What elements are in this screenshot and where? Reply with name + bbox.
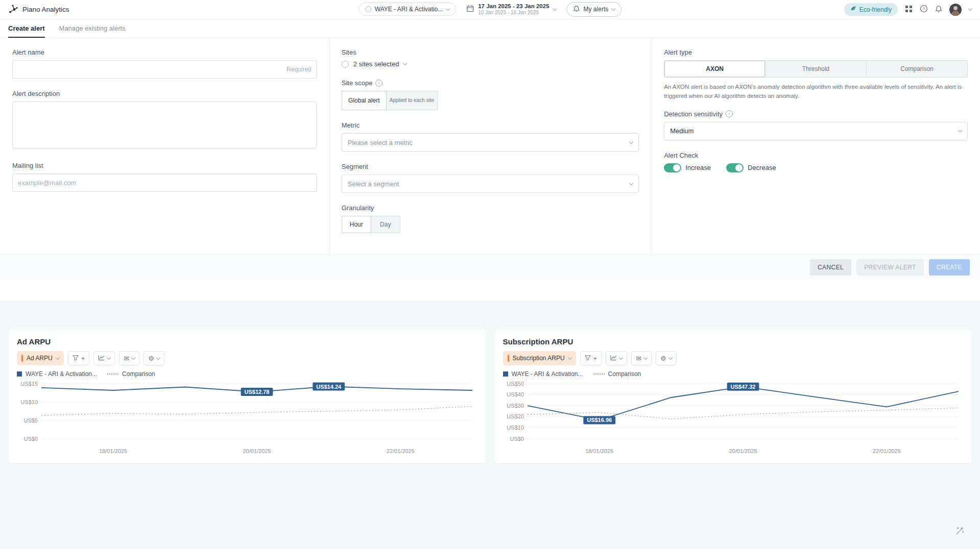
granularity-hour-option[interactable]: Hour (342, 216, 371, 233)
alert-description-input[interactable] (12, 102, 317, 148)
svg-text:US$0: US$0 (23, 436, 38, 442)
chart-title: Subscription ARPU (503, 337, 964, 346)
segment-label: Segment (342, 163, 639, 170)
eco-friendly-badge[interactable]: Eco-friendly (844, 3, 898, 16)
alert-name-input[interactable] (12, 60, 317, 79)
metric-select[interactable]: Please select a metric (342, 133, 639, 152)
metric-color-bar (508, 355, 509, 362)
app-grid-button[interactable] (905, 5, 913, 14)
chart-title: Ad ARPU (17, 337, 477, 346)
share-email-button[interactable]: ✉ (119, 351, 139, 365)
ai-assistant-button[interactable] (950, 522, 969, 541)
granularity-label: Granularity (342, 204, 639, 212)
decrease-label: Decrease (748, 164, 776, 171)
metric-label: Metric (342, 121, 639, 129)
alert-type-threshold-option[interactable]: Threshold (766, 61, 867, 77)
filter-add-button[interactable]: + (68, 351, 90, 365)
email-icon: ✉ (636, 355, 641, 362)
eco-friendly-label: Eco-friendly (859, 6, 892, 13)
brand: Piano Analytics (8, 4, 69, 16)
chart-type-button[interactable] (606, 351, 627, 365)
svg-text:22/01/2025: 22/01/2025 (872, 448, 900, 454)
app-title: Piano Analytics (22, 6, 69, 13)
chevron-down-icon (629, 139, 633, 143)
legend-item-comparison[interactable]: Comparison (593, 370, 641, 378)
spacer (0, 279, 980, 301)
chevron-down-icon (643, 355, 648, 359)
topbar-right: Eco-friendly ? (844, 3, 972, 16)
mailing-list-input[interactable] (12, 173, 317, 192)
alert-type-comparison-option[interactable]: Comparison (867, 61, 967, 77)
chart-settings-button[interactable]: ⚙ (144, 351, 164, 365)
filter-icon (73, 355, 79, 362)
decrease-toggle[interactable]: Decrease (726, 163, 776, 172)
my-alerts-button[interactable]: My alerts (567, 2, 622, 17)
metric-placeholder: Please select a metric (348, 139, 413, 146)
site-scope-global-option[interactable]: Global alert (342, 91, 387, 110)
site-selector[interactable]: WAYE - ARI & Activatio... (358, 3, 456, 16)
globe-icon (365, 6, 371, 12)
globe-icon (342, 61, 349, 68)
chevron-down-icon (107, 355, 111, 359)
svg-text:22/01/2025: 22/01/2025 (387, 448, 415, 454)
metric-pill[interactable]: Subscription ARPU (503, 351, 576, 365)
tab-create-alert[interactable]: Create alert (8, 19, 45, 38)
series-name: WAYE - ARI & Activation... (512, 370, 583, 378)
svg-text:US$20: US$20 (507, 413, 524, 419)
info-icon[interactable]: i (726, 110, 733, 117)
legend-item-site[interactable]: WAYE - ARI & Activation... (17, 370, 97, 378)
legend-item-site[interactable]: WAYE - ARI & Activation... (503, 370, 583, 378)
sites-selector[interactable]: 2 sites selected (342, 60, 639, 68)
site-scope-each-site-option[interactable]: Applied to each site (386, 91, 438, 110)
tab-manage-existing-alerts[interactable]: Manage existing alerts (59, 19, 126, 38)
decrease-switch[interactable] (726, 163, 744, 172)
filter-icon (585, 355, 591, 362)
help-button[interactable]: ? (920, 5, 928, 14)
filter-add-button[interactable]: + (580, 351, 602, 365)
comparison-swatch (593, 373, 605, 375)
svg-text:US$14.24: US$14.24 (316, 384, 342, 390)
chart-settings-button[interactable]: ⚙ (656, 351, 677, 365)
granularity-day-option[interactable]: Day (371, 216, 400, 233)
increase-toggle[interactable]: Increase (664, 163, 711, 172)
plus-icon: + (81, 355, 85, 362)
segment-select[interactable]: Select a segment (342, 174, 639, 193)
detection-sensitivity-select[interactable]: Medium (664, 122, 968, 140)
alert-type-label: Alert type (664, 48, 968, 56)
increase-switch[interactable] (664, 163, 681, 172)
share-email-button[interactable]: ✉ (631, 351, 652, 365)
chevron-down-icon (131, 355, 135, 359)
chevron-down-icon (611, 7, 615, 11)
notifications-button[interactable] (935, 5, 942, 14)
legend-item-comparison[interactable]: Comparison (107, 370, 155, 378)
preview-alert-button[interactable]: PREVIEW ALERT (856, 259, 924, 276)
form-column-general: Alert name Required Alert description Ma… (0, 38, 329, 255)
create-button[interactable]: CREATE (929, 259, 970, 276)
user-avatar[interactable] (949, 4, 962, 16)
alert-name-label: Alert name (12, 48, 317, 56)
subscription-arpu-line-chart: US$0US$10US$20US$30US$40US$5018/01/20252… (503, 379, 963, 456)
increase-label: Increase (685, 164, 711, 171)
chevron-down-icon (55, 355, 59, 359)
topbar-center: WAYE - ARI & Activatio... 17 Jan 2025 - … (358, 2, 622, 17)
chevron-down-icon (156, 355, 160, 359)
alert-type-axon-option[interactable]: AXON (664, 61, 766, 77)
form-action-bar: CANCEL PREVIEW ALERT CREATE (0, 255, 980, 279)
grid-icon (905, 5, 913, 14)
chevron-down-icon (403, 61, 407, 65)
cancel-button[interactable]: CANCEL (810, 259, 851, 276)
chart-type-icon (98, 355, 105, 362)
metric-pill-label: Subscription ARPU (513, 355, 565, 362)
form-column-scope: Sites 2 sites selected Site scope i Glob… (329, 38, 652, 255)
info-icon[interactable]: i (375, 80, 383, 87)
comparison-name: Comparison (122, 370, 155, 378)
svg-text:US$5: US$5 (23, 417, 38, 423)
wand-icon (954, 526, 965, 538)
chart-type-button[interactable] (93, 351, 115, 365)
chevron-down-icon (629, 181, 633, 185)
svg-text:18/01/2025: 18/01/2025 (99, 448, 127, 454)
email-icon: ✉ (124, 355, 129, 362)
chevron-down-icon[interactable] (968, 7, 972, 11)
metric-pill[interactable]: Ad ARPU (17, 351, 64, 365)
date-range-picker[interactable]: 17 Jan 2025 - 23 Jan 2025 10 Jan 2025 - … (461, 2, 561, 17)
